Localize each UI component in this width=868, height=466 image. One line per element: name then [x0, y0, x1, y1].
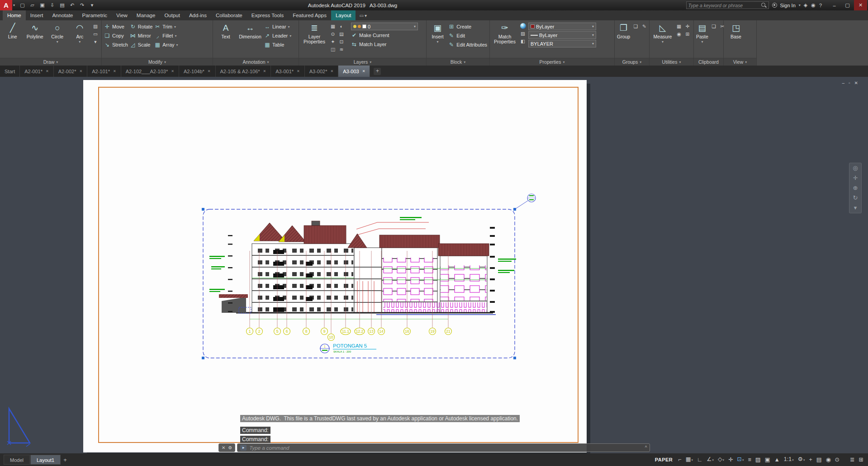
save-as-icon[interactable]: ⇩	[48, 2, 57, 8]
close-tab-icon[interactable]: ✕	[263, 69, 266, 73]
circle-button[interactable]: ○ Circle ▾	[47, 22, 68, 44]
text-button[interactable]: A Text	[215, 22, 236, 39]
qat-menu-icon[interactable]: ▾	[88, 2, 96, 8]
layer-properties-button[interactable]: ≣ Layer Properties	[301, 22, 327, 44]
group-tool-icon[interactable]: ❏	[632, 23, 639, 29]
plot-icon[interactable]: ▤	[58, 2, 66, 8]
make-current-button[interactable]: ✔Make Current	[351, 31, 418, 39]
arc-button[interactable]: ◠ Arc ▾	[70, 22, 90, 44]
communication-center-icon[interactable]: ◉	[811, 2, 816, 8]
utility-tool-icon[interactable]: ⊞	[684, 31, 691, 37]
search-icon[interactable]	[761, 2, 767, 8]
file-tab-a2-001[interactable]: A2-001*✕	[20, 66, 53, 77]
hatch-icon[interactable]: ▨	[92, 23, 99, 29]
command-window-handle[interactable]: ✕ ⚙	[218, 443, 235, 452]
ribbon-tab-express-tools[interactable]: Express Tools	[247, 10, 288, 20]
file-tab-a3-002[interactable]: A3-002*✕	[305, 66, 338, 77]
fillet-button[interactable]: ◞Fillet▾	[154, 32, 178, 40]
command-input-bar[interactable]: ▸ ^	[237, 443, 650, 452]
infer-constraints-icon[interactable]: ∟	[697, 457, 702, 463]
create-block-button[interactable]: ⊞Create	[448, 23, 487, 31]
match-layer-button[interactable]: ⇆Match Layer	[351, 40, 418, 48]
utility-tool-icon[interactable]: ◉	[675, 31, 683, 37]
open-file-icon[interactable]: ▱	[28, 2, 37, 8]
layer-tool-icon[interactable]: ✦	[329, 38, 337, 45]
paper-sheet[interactable]: 1256891011.112.21314161921 1 POTONGAN 5	[83, 80, 587, 452]
quick-properties-icon[interactable]: ▤	[816, 457, 822, 463]
polar-tracking-icon[interactable]: ∠▾	[707, 456, 714, 463]
paste-button[interactable]: ▤ Paste ▾	[696, 22, 708, 44]
close-tab-icon[interactable]: ✕	[297, 69, 300, 73]
navigation-wheel-icon[interactable]: ◎	[853, 165, 858, 171]
panel-label-groups[interactable]: Groups▾	[615, 58, 649, 66]
application-menu-button[interactable]: A	[0, 0, 12, 10]
panel-label-annotation[interactable]: Annotation▾	[213, 58, 299, 66]
mirror-button[interactable]: ⋈Mirror	[130, 32, 152, 40]
ribbon-tab-annotate[interactable]: Annotate	[47, 10, 77, 20]
command-customize-icon[interactable]: ⚙	[228, 445, 232, 450]
annotation-scale-icon[interactable]: 1:1▾	[784, 456, 794, 463]
maximize-button[interactable]: ▢	[841, 0, 854, 10]
group-button[interactable]: ❐ Group	[617, 22, 630, 39]
customization-icon[interactable]: ≣	[850, 457, 854, 463]
layer-tool-icon[interactable]: ▤	[338, 31, 345, 37]
move-button[interactable]: ✛Move	[104, 23, 128, 31]
group-tool-icon[interactable]: ✎	[640, 23, 648, 29]
new-file-icon[interactable]: ▢	[18, 2, 27, 8]
edit-attributes-button[interactable]: ✎Edit Attributes	[448, 41, 487, 49]
panel-label-block[interactable]: Block▾	[427, 58, 489, 66]
minimize-button[interactable]: –	[828, 0, 841, 10]
close-tab-icon[interactable]: ✕	[331, 69, 334, 73]
sign-in-button[interactable]: Sign In	[780, 3, 796, 8]
line-button[interactable]: ╱ Line	[2, 22, 23, 39]
ribbon-tab-collaborate[interactable]: Collaborate	[211, 10, 247, 20]
ribbon-tab-insert[interactable]: Insert	[26, 10, 48, 20]
file-tab-a3-003[interactable]: A3-003✕	[338, 66, 370, 77]
panel-label-clipboard[interactable]: Clipboard	[694, 58, 723, 66]
base-view-button[interactable]: ◳ Base	[726, 22, 746, 39]
new-drawing-tab-button[interactable]: +	[374, 68, 381, 75]
close-button[interactable]: ✕	[854, 0, 867, 10]
navbar-more-icon[interactable]: ▾	[854, 205, 857, 211]
sign-in-caret-icon[interactable]: ▾	[799, 3, 801, 7]
array-button[interactable]: ▦Array▾	[154, 41, 178, 49]
ribbon-tab-home[interactable]: Home	[3, 10, 26, 20]
utility-tool-icon[interactable]: ▦	[675, 23, 683, 29]
grid-display-icon[interactable]: ⌐	[678, 457, 681, 463]
ribbon-tab-view[interactable]: View	[112, 10, 132, 20]
ribbon-tab-parametric[interactable]: Parametric	[78, 10, 112, 20]
graphics-performance-icon[interactable]: ⊙	[835, 457, 840, 463]
properties-tool-icon[interactable]: ◧	[519, 38, 526, 44]
ribbon-tab-manage[interactable]: Manage	[132, 10, 160, 20]
table-button[interactable]: ▦Table	[264, 41, 291, 49]
save-icon[interactable]: ▣	[38, 2, 47, 8]
annotation-monitor-icon[interactable]: +	[809, 457, 812, 463]
ribbon-tab-layout[interactable]: Layout	[331, 10, 356, 20]
close-tab-icon[interactable]: ✕	[208, 69, 211, 73]
file-tab-a2-104b[interactable]: A2-104b*✕	[179, 66, 216, 77]
pan-icon[interactable]: ✛	[853, 175, 858, 181]
file-tab-a2-102-a2-103[interactable]: A2-102___A2-103*✕	[121, 66, 179, 77]
linetype-dropdown[interactable]: BYLAYER ▾	[528, 40, 596, 47]
close-tab-icon[interactable]: ✕	[171, 69, 174, 73]
orbit-icon[interactable]: ↻	[853, 195, 858, 201]
application-menu-caret-icon[interactable]: ▾	[13, 3, 15, 7]
rotate-button[interactable]: ↻Rotate	[130, 23, 152, 31]
panel-label-utilities[interactable]: Utilities▾	[650, 58, 693, 66]
scale-button[interactable]: ◿Scale	[130, 41, 152, 49]
paper-space-button[interactable]: PAPER	[655, 457, 673, 462]
doc-restore-button[interactable]: ▫	[849, 80, 850, 85]
layer-tool-icon[interactable]: ≋	[338, 46, 345, 52]
properties-tool-icon[interactable]: ▨	[519, 30, 526, 37]
infocenter-search-input[interactable]	[688, 3, 761, 8]
zoom-icon[interactable]: ⊕	[853, 185, 858, 191]
layer-tool-icon[interactable]: ▦	[329, 23, 337, 29]
utility-tool-icon[interactable]: ✛	[684, 23, 691, 29]
leader-button[interactable]: ↗Leader▾	[264, 32, 291, 40]
command-close-icon[interactable]: ✕	[222, 445, 225, 450]
file-tab-a2-105-a2-106[interactable]: A2-105 & A2-106*✕	[216, 66, 271, 77]
selection-cycling-icon[interactable]: ▣	[765, 457, 770, 463]
layer-tool-icon[interactable]: ◐	[338, 23, 345, 29]
ribbon-display-toggle-icon[interactable]: ▭▾	[359, 10, 366, 20]
panel-label-draw[interactable]: Draw▾	[0, 58, 101, 66]
